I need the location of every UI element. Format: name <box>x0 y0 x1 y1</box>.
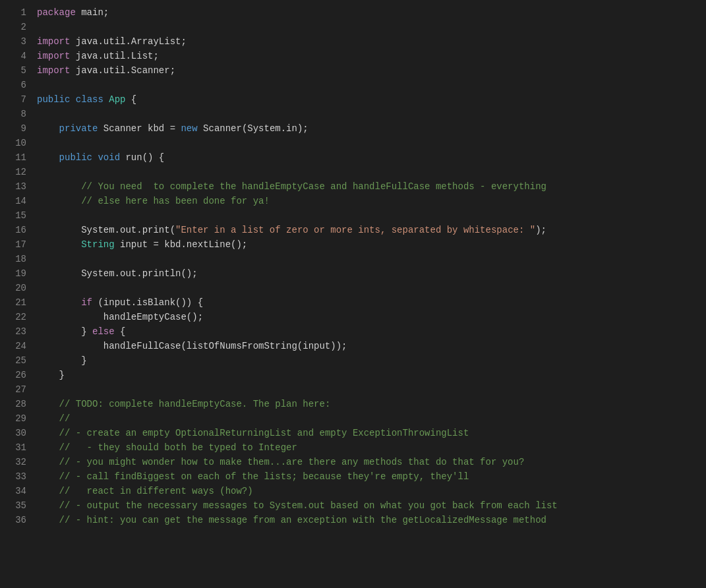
code-line <box>37 107 701 121</box>
code-line: handleEmptyCase(); <box>37 310 701 324</box>
line-number: 34 <box>5 484 26 498</box>
code-line: System.out.print("Enter in a list of zer… <box>37 223 701 237</box>
token-class-name: App <box>109 94 125 105</box>
code-line <box>37 136 701 150</box>
code-line: // - hint: you can get the message from … <box>37 513 701 527</box>
code-line: // - they should both be typed to Intege… <box>37 440 701 455</box>
code-line: // else here has been done for ya! <box>37 194 701 208</box>
code-line: if (input.isBlank()) { <box>37 295 701 310</box>
line-numbers: 1234567891011121314151617181920212223242… <box>0 5 32 583</box>
token-normal <box>37 428 59 438</box>
token-normal <box>103 94 109 105</box>
line-number: 17 <box>5 237 26 252</box>
token-comment: // else here has been done for ya! <box>81 196 270 206</box>
code-line: // - create an empty OptionalReturningLi… <box>37 426 701 440</box>
token-normal: run() { <box>120 152 164 163</box>
line-number: 3 <box>5 34 26 49</box>
line-number: 7 <box>5 92 26 107</box>
token-kw-void: void <box>98 152 120 163</box>
token-normal: System.out.print( <box>37 225 175 235</box>
code-line: // You need to complete the handleEmptyC… <box>37 179 701 194</box>
token-normal <box>37 457 59 467</box>
token-kw-import: import <box>37 65 70 76</box>
code-line <box>37 281 701 295</box>
line-number: 25 <box>5 353 26 368</box>
token-kw-if: if <box>81 297 92 308</box>
token-normal <box>37 500 59 511</box>
code-line <box>37 382 701 397</box>
token-normal: } <box>37 370 65 380</box>
code-line: package main; <box>37 5 701 20</box>
token-normal <box>37 413 59 424</box>
token-normal: (input.isBlank()) { <box>92 297 203 308</box>
line-number: 13 <box>5 179 26 194</box>
line-number: 8 <box>5 107 26 121</box>
token-normal: { <box>115 326 126 337</box>
line-number: 5 <box>5 63 26 78</box>
code-line <box>37 20 701 34</box>
line-number: 14 <box>5 194 26 208</box>
token-normal: Scanner kbd = <box>98 123 181 134</box>
token-normal <box>37 123 59 134</box>
token-normal <box>37 239 81 250</box>
token-normal: System.out.println(); <box>37 268 198 279</box>
token-normal <box>37 181 81 192</box>
line-number: 33 <box>5 469 26 484</box>
token-normal: main; <box>76 7 109 18</box>
token-comment: // - they should both be typed to Intege… <box>59 442 297 453</box>
token-normal: handleEmptyCase(); <box>37 312 203 322</box>
code-content: package main; import java.util.ArrayList… <box>32 5 706 583</box>
code-line: // - call findBiggest on each of the lis… <box>37 469 701 484</box>
line-number: 12 <box>5 165 26 179</box>
code-line <box>37 252 701 266</box>
token-normal <box>37 196 81 206</box>
code-line <box>37 78 701 92</box>
token-normal <box>37 442 59 453</box>
line-number: 9 <box>5 121 26 136</box>
token-normal <box>37 297 81 308</box>
code-line: import java.util.Scanner; <box>37 63 701 78</box>
code-line: // - output the necessary messages to Sy… <box>37 498 701 513</box>
code-line <box>37 208 701 223</box>
token-normal: } <box>37 326 92 337</box>
line-number: 21 <box>5 295 26 310</box>
line-number: 22 <box>5 310 26 324</box>
code-line: import java.util.List; <box>37 49 701 63</box>
line-number: 23 <box>5 324 26 339</box>
token-normal: { <box>125 94 136 105</box>
token-normal: ); <box>535 225 546 235</box>
token-normal <box>37 399 59 409</box>
line-number: 28 <box>5 397 26 411</box>
token-normal <box>37 486 59 496</box>
token-normal: handleFullCase(listOfNumsFromString(inpu… <box>37 341 347 351</box>
line-number: 31 <box>5 440 26 455</box>
token-comment: // TODO: complete handleEmptyCase. The p… <box>59 399 331 409</box>
token-string-literal: "Enter in a list of zero or more ints, s… <box>175 225 535 235</box>
line-number: 20 <box>5 281 26 295</box>
line-number: 35 <box>5 498 26 513</box>
token-comment: // - output the necessary messages to Sy… <box>59 500 558 511</box>
token-normal: } <box>37 355 87 366</box>
line-number: 6 <box>5 78 26 92</box>
line-number: 10 <box>5 136 26 150</box>
line-number: 24 <box>5 339 26 353</box>
line-number: 30 <box>5 426 26 440</box>
code-line: } <box>37 353 701 368</box>
code-line: private Scanner kbd = new Scanner(System… <box>37 121 701 136</box>
token-comment: // react in different ways (how?) <box>59 486 253 496</box>
code-line: import java.util.ArrayList; <box>37 34 701 49</box>
token-comment: // <box>59 413 71 424</box>
code-line: } else { <box>37 324 701 339</box>
token-kw-new: new <box>181 123 197 134</box>
token-normal: Scanner(System.in); <box>198 123 309 134</box>
code-line: // react in different ways (how?) <box>37 484 701 498</box>
line-number: 19 <box>5 266 26 281</box>
code-line: // - you might wonder how to make them..… <box>37 455 701 469</box>
token-kw-public: public <box>59 152 92 163</box>
line-number: 29 <box>5 411 26 426</box>
code-line: // <box>37 411 701 426</box>
line-number: 2 <box>5 20 26 34</box>
line-number: 27 <box>5 382 26 397</box>
token-normal: java.util.List; <box>70 51 158 61</box>
token-normal <box>70 94 75 105</box>
